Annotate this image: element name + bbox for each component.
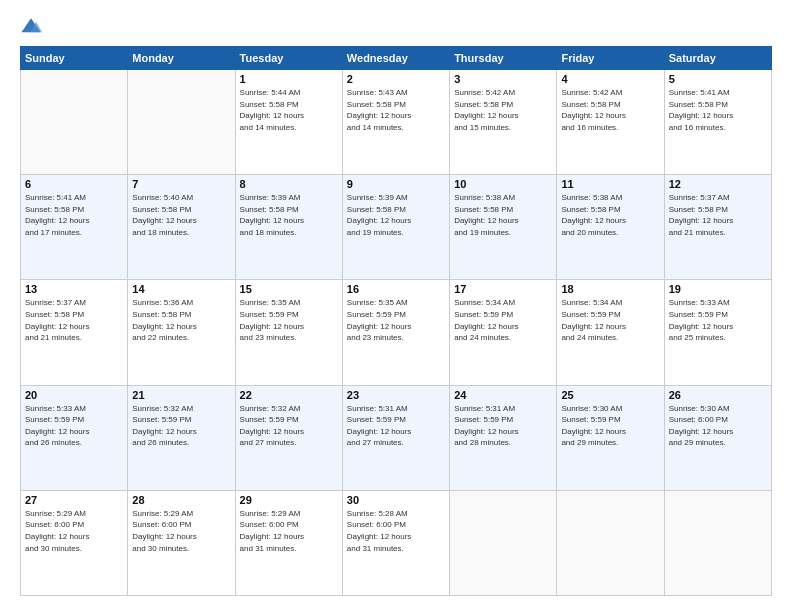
- day-cell: [21, 70, 128, 175]
- day-cell: 30Sunrise: 5:28 AM Sunset: 6:00 PM Dayli…: [342, 490, 449, 595]
- day-number: 24: [454, 389, 552, 401]
- day-number: 15: [240, 283, 338, 295]
- day-number: 16: [347, 283, 445, 295]
- day-cell: 10Sunrise: 5:38 AM Sunset: 5:58 PM Dayli…: [450, 175, 557, 280]
- day-info: Sunrise: 5:28 AM Sunset: 6:00 PM Dayligh…: [347, 508, 445, 554]
- day-cell: 29Sunrise: 5:29 AM Sunset: 6:00 PM Dayli…: [235, 490, 342, 595]
- day-info: Sunrise: 5:34 AM Sunset: 5:59 PM Dayligh…: [454, 297, 552, 343]
- day-cell: 20Sunrise: 5:33 AM Sunset: 5:59 PM Dayli…: [21, 385, 128, 490]
- day-info: Sunrise: 5:42 AM Sunset: 5:58 PM Dayligh…: [454, 87, 552, 133]
- day-number: 13: [25, 283, 123, 295]
- day-cell: 16Sunrise: 5:35 AM Sunset: 5:59 PM Dayli…: [342, 280, 449, 385]
- day-number: 7: [132, 178, 230, 190]
- day-number: 6: [25, 178, 123, 190]
- day-cell: 13Sunrise: 5:37 AM Sunset: 5:58 PM Dayli…: [21, 280, 128, 385]
- day-info: Sunrise: 5:31 AM Sunset: 5:59 PM Dayligh…: [347, 403, 445, 449]
- day-number: 29: [240, 494, 338, 506]
- day-info: Sunrise: 5:36 AM Sunset: 5:58 PM Dayligh…: [132, 297, 230, 343]
- day-number: 28: [132, 494, 230, 506]
- day-number: 2: [347, 73, 445, 85]
- weekday-header-sunday: Sunday: [21, 47, 128, 70]
- logo: [20, 16, 46, 38]
- day-info: Sunrise: 5:30 AM Sunset: 6:00 PM Dayligh…: [669, 403, 767, 449]
- week-row-1: 1Sunrise: 5:44 AM Sunset: 5:58 PM Daylig…: [21, 70, 772, 175]
- day-cell: [128, 70, 235, 175]
- day-cell: 27Sunrise: 5:29 AM Sunset: 6:00 PM Dayli…: [21, 490, 128, 595]
- day-number: 25: [561, 389, 659, 401]
- day-info: Sunrise: 5:32 AM Sunset: 5:59 PM Dayligh…: [240, 403, 338, 449]
- day-number: 4: [561, 73, 659, 85]
- day-cell: [557, 490, 664, 595]
- week-row-5: 27Sunrise: 5:29 AM Sunset: 6:00 PM Dayli…: [21, 490, 772, 595]
- day-info: Sunrise: 5:33 AM Sunset: 5:59 PM Dayligh…: [669, 297, 767, 343]
- day-cell: [450, 490, 557, 595]
- day-info: Sunrise: 5:31 AM Sunset: 5:59 PM Dayligh…: [454, 403, 552, 449]
- day-number: 11: [561, 178, 659, 190]
- day-info: Sunrise: 5:40 AM Sunset: 5:58 PM Dayligh…: [132, 192, 230, 238]
- day-info: Sunrise: 5:39 AM Sunset: 5:58 PM Dayligh…: [347, 192, 445, 238]
- day-info: Sunrise: 5:43 AM Sunset: 5:58 PM Dayligh…: [347, 87, 445, 133]
- day-info: Sunrise: 5:33 AM Sunset: 5:59 PM Dayligh…: [25, 403, 123, 449]
- day-number: 12: [669, 178, 767, 190]
- day-info: Sunrise: 5:41 AM Sunset: 5:58 PM Dayligh…: [669, 87, 767, 133]
- day-cell: 15Sunrise: 5:35 AM Sunset: 5:59 PM Dayli…: [235, 280, 342, 385]
- day-number: 3: [454, 73, 552, 85]
- weekday-header-thursday: Thursday: [450, 47, 557, 70]
- week-row-4: 20Sunrise: 5:33 AM Sunset: 5:59 PM Dayli…: [21, 385, 772, 490]
- day-cell: 9Sunrise: 5:39 AM Sunset: 5:58 PM Daylig…: [342, 175, 449, 280]
- day-cell: 1Sunrise: 5:44 AM Sunset: 5:58 PM Daylig…: [235, 70, 342, 175]
- day-info: Sunrise: 5:29 AM Sunset: 6:00 PM Dayligh…: [25, 508, 123, 554]
- day-number: 26: [669, 389, 767, 401]
- day-cell: 23Sunrise: 5:31 AM Sunset: 5:59 PM Dayli…: [342, 385, 449, 490]
- day-cell: 2Sunrise: 5:43 AM Sunset: 5:58 PM Daylig…: [342, 70, 449, 175]
- day-info: Sunrise: 5:29 AM Sunset: 6:00 PM Dayligh…: [240, 508, 338, 554]
- day-number: 18: [561, 283, 659, 295]
- weekday-header-wednesday: Wednesday: [342, 47, 449, 70]
- day-info: Sunrise: 5:32 AM Sunset: 5:59 PM Dayligh…: [132, 403, 230, 449]
- day-number: 8: [240, 178, 338, 190]
- weekday-header-friday: Friday: [557, 47, 664, 70]
- day-cell: 5Sunrise: 5:41 AM Sunset: 5:58 PM Daylig…: [664, 70, 771, 175]
- day-cell: [664, 490, 771, 595]
- day-number: 20: [25, 389, 123, 401]
- day-number: 14: [132, 283, 230, 295]
- week-row-3: 13Sunrise: 5:37 AM Sunset: 5:58 PM Dayli…: [21, 280, 772, 385]
- logo-icon: [20, 16, 42, 38]
- day-number: 27: [25, 494, 123, 506]
- day-info: Sunrise: 5:39 AM Sunset: 5:58 PM Dayligh…: [240, 192, 338, 238]
- day-number: 22: [240, 389, 338, 401]
- day-info: Sunrise: 5:30 AM Sunset: 5:59 PM Dayligh…: [561, 403, 659, 449]
- day-info: Sunrise: 5:38 AM Sunset: 5:58 PM Dayligh…: [454, 192, 552, 238]
- day-info: Sunrise: 5:34 AM Sunset: 5:59 PM Dayligh…: [561, 297, 659, 343]
- day-cell: 22Sunrise: 5:32 AM Sunset: 5:59 PM Dayli…: [235, 385, 342, 490]
- weekday-header-tuesday: Tuesday: [235, 47, 342, 70]
- day-number: 21: [132, 389, 230, 401]
- day-cell: 24Sunrise: 5:31 AM Sunset: 5:59 PM Dayli…: [450, 385, 557, 490]
- day-cell: 28Sunrise: 5:29 AM Sunset: 6:00 PM Dayli…: [128, 490, 235, 595]
- day-cell: 7Sunrise: 5:40 AM Sunset: 5:58 PM Daylig…: [128, 175, 235, 280]
- day-cell: 25Sunrise: 5:30 AM Sunset: 5:59 PM Dayli…: [557, 385, 664, 490]
- day-info: Sunrise: 5:35 AM Sunset: 5:59 PM Dayligh…: [240, 297, 338, 343]
- day-cell: 8Sunrise: 5:39 AM Sunset: 5:58 PM Daylig…: [235, 175, 342, 280]
- day-cell: 6Sunrise: 5:41 AM Sunset: 5:58 PM Daylig…: [21, 175, 128, 280]
- day-info: Sunrise: 5:37 AM Sunset: 5:58 PM Dayligh…: [669, 192, 767, 238]
- day-cell: 11Sunrise: 5:38 AM Sunset: 5:58 PM Dayli…: [557, 175, 664, 280]
- day-number: 23: [347, 389, 445, 401]
- day-info: Sunrise: 5:44 AM Sunset: 5:58 PM Dayligh…: [240, 87, 338, 133]
- day-info: Sunrise: 5:37 AM Sunset: 5:58 PM Dayligh…: [25, 297, 123, 343]
- day-number: 30: [347, 494, 445, 506]
- week-row-2: 6Sunrise: 5:41 AM Sunset: 5:58 PM Daylig…: [21, 175, 772, 280]
- day-info: Sunrise: 5:35 AM Sunset: 5:59 PM Dayligh…: [347, 297, 445, 343]
- day-number: 19: [669, 283, 767, 295]
- day-info: Sunrise: 5:29 AM Sunset: 6:00 PM Dayligh…: [132, 508, 230, 554]
- day-cell: 3Sunrise: 5:42 AM Sunset: 5:58 PM Daylig…: [450, 70, 557, 175]
- day-cell: 17Sunrise: 5:34 AM Sunset: 5:59 PM Dayli…: [450, 280, 557, 385]
- page: SundayMondayTuesdayWednesdayThursdayFrid…: [0, 0, 792, 612]
- calendar-table: SundayMondayTuesdayWednesdayThursdayFrid…: [20, 46, 772, 596]
- weekday-header-saturday: Saturday: [664, 47, 771, 70]
- day-info: Sunrise: 5:41 AM Sunset: 5:58 PM Dayligh…: [25, 192, 123, 238]
- day-number: 9: [347, 178, 445, 190]
- day-cell: 18Sunrise: 5:34 AM Sunset: 5:59 PM Dayli…: [557, 280, 664, 385]
- day-cell: 4Sunrise: 5:42 AM Sunset: 5:58 PM Daylig…: [557, 70, 664, 175]
- day-number: 17: [454, 283, 552, 295]
